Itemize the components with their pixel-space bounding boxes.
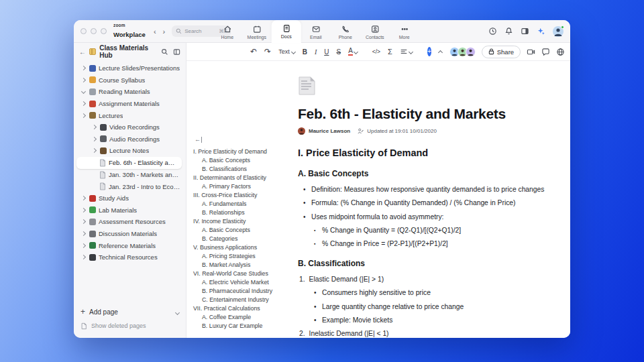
formula-button[interactable]: Σ: [388, 48, 392, 56]
underline-button[interactable]: U: [324, 48, 329, 56]
user-avatar[interactable]: [553, 26, 564, 37]
globe-icon[interactable]: [556, 48, 565, 56]
list-marker: 1.: [299, 276, 305, 284]
outline-item[interactable]: A. Coffee Example: [193, 313, 295, 322]
tree-chevron-icon[interactable]: [80, 114, 87, 117]
outline-item[interactable]: II. Determinants of Elasticity: [193, 174, 295, 182]
outline-item[interactable]: C. Entertainment Industry: [193, 296, 295, 304]
undo-button[interactable]: ↶: [250, 47, 257, 56]
sidebar-item[interactable]: Audio Recordings: [74, 133, 186, 145]
sidebar-search-icon[interactable]: [161, 48, 168, 56]
back-button[interactable]: ‹: [154, 27, 156, 36]
sidebar-item[interactable]: Lecture Notes: [74, 145, 186, 157]
bold-button[interactable]: B: [303, 48, 307, 56]
collaborator-avatars[interactable]: [449, 47, 476, 57]
outline-item[interactable]: IV. Income Elasticity: [193, 217, 295, 226]
chat-icon[interactable]: [541, 48, 550, 56]
outline-item[interactable]: I. Price Elasticity of Demand: [193, 147, 295, 156]
code-button[interactable]: </>: [372, 48, 380, 55]
sidebar-item[interactable]: Discussion Materials: [74, 228, 186, 240]
outline-item[interactable]: B. Luxury Car Example: [193, 322, 295, 330]
outline-item[interactable]: III. Cross-Price Elasticity: [193, 191, 295, 200]
tree-chevron-icon[interactable]: [91, 137, 97, 141]
tab-email[interactable]: Email: [301, 21, 331, 43]
video-call-icon[interactable]: [527, 48, 535, 56]
tab-home[interactable]: Home: [213, 21, 242, 43]
sidebar-item[interactable]: Jan. 30th - Markets and P...: [74, 169, 186, 181]
sidebar-item[interactable]: Reading Materials: [74, 86, 186, 98]
tree-chevron-icon[interactable]: [80, 220, 87, 223]
close-window-button[interactable]: [80, 28, 87, 34]
presence-dot: [561, 25, 564, 29]
outline-item[interactable]: V. Business Applications: [193, 243, 295, 252]
sidebar-item[interactable]: Study Aids: [74, 192, 186, 204]
sidebar-item[interactable]: Course Syllabus: [74, 74, 186, 86]
text-color-dropdown[interactable]: A: [348, 48, 358, 56]
sidebar-item[interactable]: Technical Resources: [74, 251, 186, 263]
strikethrough-button[interactable]: S: [336, 48, 341, 56]
outline-item[interactable]: A. Basic Concepts: [193, 156, 295, 165]
tree-chevron-icon[interactable]: [80, 232, 87, 235]
tab-more[interactable]: More: [390, 21, 419, 43]
window-controls[interactable]: [80, 28, 107, 34]
sidebar-item[interactable]: Feb. 6th - Elasticity and M...: [76, 157, 182, 169]
outline-item[interactable]: A. Primary Factors: [193, 182, 295, 191]
sidebar-item[interactable]: Video Recordings: [74, 121, 186, 133]
notifications-bell-icon[interactable]: [504, 27, 513, 36]
sidebar-item[interactable]: Assessment Resources: [74, 216, 186, 228]
outline-item[interactable]: VII. Practical Calculations: [193, 304, 295, 313]
text-style-dropdown[interactable]: Text: [278, 48, 295, 55]
sidebar-item[interactable]: Lectures: [74, 109, 186, 121]
add-page-button[interactable]: + Add page: [80, 306, 179, 318]
tree-chevron-icon[interactable]: [80, 255, 87, 259]
outline-item[interactable]: A. Basic Concepts: [193, 226, 295, 235]
tab-phone[interactable]: Phone: [331, 21, 360, 43]
tab-meetings[interactable]: Meetings: [242, 21, 272, 43]
ai-add-button[interactable]: +: [427, 47, 431, 56]
minimize-window-button[interactable]: [91, 28, 97, 34]
tree-chevron-icon[interactable]: [80, 66, 87, 70]
tree-chevron-icon[interactable]: [91, 149, 97, 152]
alignment-dropdown[interactable]: [400, 48, 413, 56]
sidebar-item[interactable]: Jan. 23rd - Intro to Econo...: [74, 180, 186, 192]
collaborator-avatar[interactable]: [466, 47, 476, 57]
ai-companion-icon[interactable]: [537, 27, 545, 36]
tree-chevron-icon[interactable]: [80, 244, 87, 247]
outline-item[interactable]: B. Categories: [193, 235, 295, 243]
sidebar-item[interactable]: Reference Materials: [74, 239, 186, 251]
add-page-chevron-icon[interactable]: [176, 308, 179, 316]
outline-item[interactable]: VI. Real-World Case Studies: [193, 269, 295, 278]
tab-docs[interactable]: Docs: [272, 20, 301, 43]
outline-item[interactable]: B. Market Analysis: [193, 261, 295, 269]
sidebar-back-icon[interactable]: ←: [79, 48, 86, 56]
collapse-toolbar-icon[interactable]: [439, 48, 442, 56]
tree-chevron-icon[interactable]: [80, 78, 87, 82]
tree-chevron-icon[interactable]: [80, 90, 87, 93]
tree-chevron-icon[interactable]: [80, 208, 87, 212]
outline-item[interactable]: B. Classifications: [193, 165, 295, 174]
italic-button[interactable]: I: [315, 48, 317, 56]
maximize-window-button[interactable]: [101, 28, 107, 34]
sidebar-item[interactable]: Lecture Slides/Presentations: [74, 62, 186, 74]
show-deleted-pages-button[interactable]: Show deleted pages: [80, 320, 179, 331]
sidebar-panel-icon[interactable]: [173, 48, 180, 56]
list-marker: •: [314, 304, 318, 311]
outline-item[interactable]: B. Relationships: [193, 208, 295, 217]
forward-button[interactable]: ›: [163, 27, 166, 36]
sidebar-item[interactable]: Assignment Materials: [74, 98, 186, 110]
tree-chevron-icon[interactable]: [80, 196, 87, 200]
tree-chevron-icon[interactable]: [80, 102, 87, 105]
tree-chevron-icon[interactable]: [91, 125, 97, 129]
outline-item[interactable]: B. Pharmaceutical Industry: [193, 287, 295, 296]
outline-item[interactable]: A. Fundamentals: [193, 200, 295, 208]
outline-item[interactable]: A. Electric Vehicle Market: [193, 278, 295, 287]
panel-toggle-icon[interactable]: [521, 27, 529, 36]
lecture-icon: [89, 112, 96, 119]
share-button[interactable]: Share: [482, 46, 521, 58]
outline-item[interactable]: A. Pricing Strategies: [193, 252, 295, 261]
tab-contacts[interactable]: Contacts: [360, 21, 390, 43]
collapse-outline-icon[interactable]: ←: [195, 137, 202, 143]
redo-button[interactable]: ↷: [264, 47, 271, 56]
history-icon[interactable]: [488, 27, 497, 36]
sidebar-item[interactable]: Lab Materials: [74, 204, 186, 217]
